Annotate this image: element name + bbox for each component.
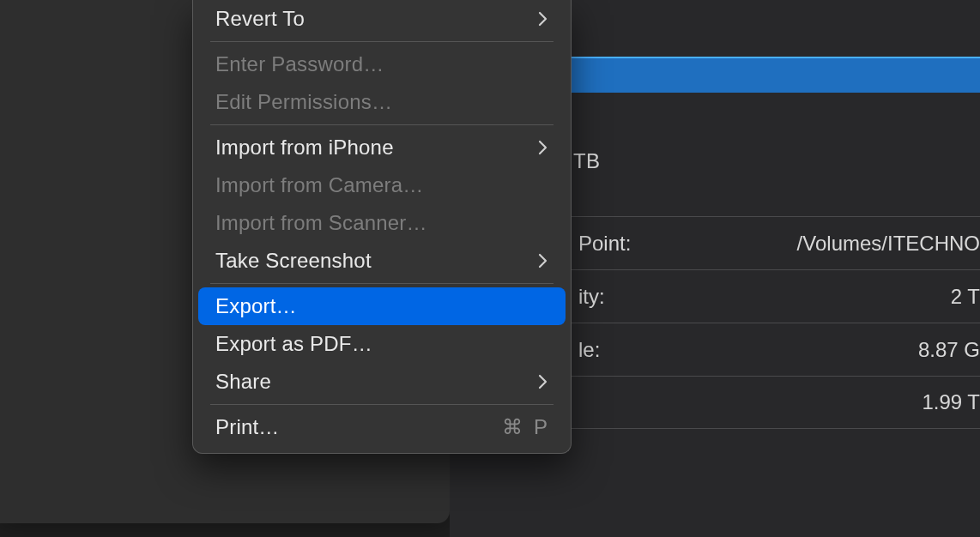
menu-item-label: Import from iPhone bbox=[215, 136, 535, 160]
menu-separator bbox=[210, 124, 554, 125]
menu-item-label: Revert To bbox=[215, 7, 535, 31]
menu-item-label: Share bbox=[215, 370, 535, 394]
chevron-right-icon bbox=[535, 140, 550, 155]
info-value-fragment: 2 T bbox=[605, 285, 980, 309]
menu-item-label: Import from Camera… bbox=[215, 173, 550, 197]
menu-item-revert-to[interactable]: Revert To bbox=[198, 0, 566, 38]
info-value-fragment: /Volumes/ITECHNO bbox=[631, 232, 980, 256]
menu-item-import-scanner: Import from Scanner… bbox=[198, 204, 566, 242]
menu-item-label: Take Screenshot bbox=[215, 249, 535, 273]
file-menu-dropdown[interactable]: Revert To Enter Password… Edit Permissio… bbox=[192, 0, 572, 454]
menu-item-import-iphone[interactable]: Import from iPhone bbox=[198, 129, 566, 166]
menu-item-export[interactable]: Export… bbox=[198, 287, 566, 325]
menu-item-export-pdf[interactable]: Export as PDF… bbox=[198, 325, 566, 363]
menu-item-print[interactable]: Print… ⌘ P bbox=[198, 408, 566, 446]
chevron-right-icon bbox=[535, 253, 550, 268]
menu-item-take-screenshot[interactable]: Take Screenshot bbox=[198, 242, 566, 280]
menu-item-label: Export… bbox=[215, 294, 550, 318]
menu-item-shortcut: ⌘ P bbox=[502, 415, 550, 439]
menu-separator bbox=[210, 41, 554, 42]
menu-item-edit-permissions: Edit Permissions… bbox=[198, 83, 566, 121]
info-capacity-fragment: TB bbox=[573, 149, 600, 173]
chevron-right-icon bbox=[535, 11, 550, 27]
menu-item-label: Edit Permissions… bbox=[215, 90, 550, 114]
menu-item-enter-password: Enter Password… bbox=[198, 45, 566, 83]
info-value-fragment: 1.99 T bbox=[578, 390, 980, 414]
menu-item-label: Import from Scanner… bbox=[215, 211, 550, 235]
menu-separator bbox=[210, 283, 554, 284]
menu-item-share[interactable]: Share bbox=[198, 363, 566, 401]
menu-item-label: Print… bbox=[215, 415, 502, 439]
chevron-right-icon bbox=[535, 374, 550, 389]
menu-item-import-camera: Import from Camera… bbox=[198, 166, 566, 204]
menu-item-label: Enter Password… bbox=[215, 52, 550, 76]
menu-item-label: Export as PDF… bbox=[215, 332, 550, 356]
menu-separator bbox=[210, 404, 554, 405]
info-value-fragment: 8.87 G bbox=[600, 338, 980, 362]
